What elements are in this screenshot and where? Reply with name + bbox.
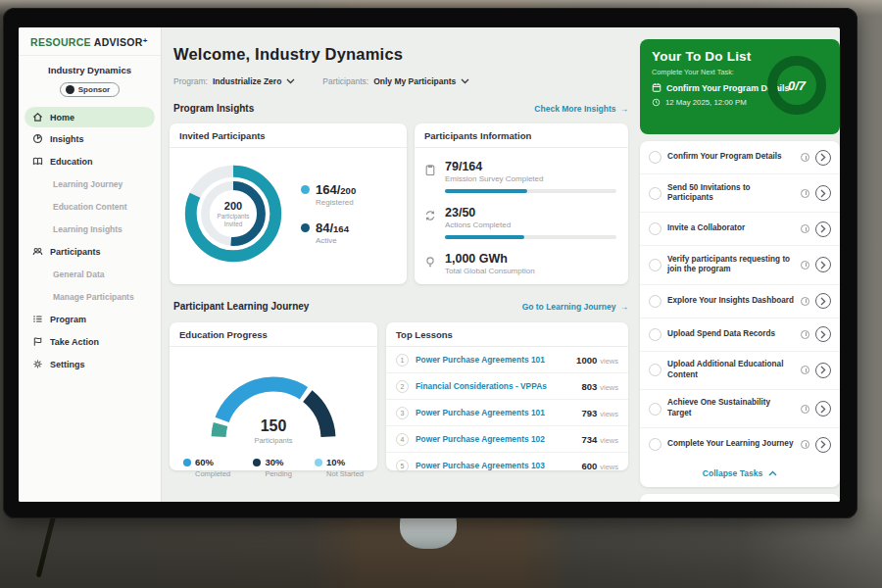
info-icon[interactable]	[801, 366, 809, 374]
views-count: 793	[581, 408, 597, 418]
stat-row-consumption: 1,000 GWh Total Global Consumption	[424, 246, 616, 282]
lesson-row: 3 Power Purchase Agreements 101 793views	[386, 399, 628, 425]
task-checkbox[interactable]	[649, 364, 662, 376]
task-label: Verify participants requesting to join t…	[667, 255, 795, 275]
lesson-link[interactable]: Financial Considerations - VPPAs	[416, 381, 574, 391]
views-suffix: views	[600, 436, 618, 445]
invited-participants-card: Invited Participants 200	[170, 123, 407, 284]
lesson-link[interactable]: Power Purchase Agreements 101	[416, 355, 569, 365]
registered-value: 164/	[316, 182, 340, 197]
sponsor-badge-label: Sponsor	[78, 85, 110, 94]
chevron-right-icon	[820, 153, 826, 162]
lesson-link[interactable]: Power Purchase Agreements 101	[416, 408, 574, 417]
sidebar-item-program[interactable]: Program	[19, 308, 161, 330]
donut-center-value: 200	[224, 200, 242, 212]
lesson-row: 2 Financial Considerations - VPPAs 803vi…	[386, 372, 628, 399]
lesson-row: 4 Power Purchase Agreements 102 734views	[386, 425, 628, 452]
donut-center-label: 200 Participants Invited	[175, 156, 291, 271]
registered-label: Registered	[316, 198, 356, 207]
task-open-button[interactable]	[815, 363, 831, 378]
task-open-button[interactable]	[815, 257, 831, 272]
task-checkbox[interactable]	[649, 328, 662, 341]
sidebar-item-participants[interactable]: Participants	[19, 240, 161, 263]
sidebar-item-learning-journey[interactable]: Learning Journey	[19, 172, 161, 195]
program-filter[interactable]: Program: Industrialize Zero	[173, 76, 295, 86]
home-icon	[32, 112, 43, 122]
logo-primary: RESOURCE	[30, 36, 91, 48]
info-icon[interactable]	[801, 405, 809, 414]
views-suffix: views	[600, 383, 618, 392]
task-open-button[interactable]	[815, 326, 831, 342]
sidebar-item-education[interactable]: Education	[19, 150, 161, 172]
participants-filter[interactable]: Participants: Only My Participants	[322, 76, 469, 86]
views-count: 1000	[576, 355, 597, 366]
sidebar-item-label: Settings	[50, 360, 85, 369]
info-icon[interactable]	[801, 440, 809, 449]
task-label: Upload Additional Educational Content	[667, 360, 795, 380]
sidebar-item-settings[interactable]: Settings	[19, 353, 161, 375]
go-to-learning-journey-link[interactable]: Go to Learning Journey →	[522, 302, 628, 312]
task-checkbox[interactable]	[649, 403, 662, 416]
education-legend: 60% Completed 30% Pending 10% Not Starte…	[170, 447, 377, 478]
lesson-rank: 1	[396, 354, 409, 367]
task-open-button[interactable]	[815, 293, 831, 309]
chevron-right-icon	[820, 440, 826, 449]
sidebar-item-education-content[interactable]: Education Content	[19, 195, 161, 218]
sidebar-item-label: Program	[50, 315, 86, 324]
task-checkbox[interactable]	[649, 438, 662, 451]
stat-row-actions: 23/50 Actions Completed	[424, 200, 616, 246]
info-icon[interactable]	[801, 153, 809, 162]
clock-icon	[652, 98, 661, 107]
progress-fill	[445, 235, 524, 239]
sidebar-item-insights[interactable]: Insights	[19, 127, 161, 150]
survey-icon	[424, 164, 436, 176]
task-open-button[interactable]	[815, 437, 831, 453]
actions-icon	[424, 210, 436, 221]
invited-donut-chart: 200 Participants Invited	[175, 156, 291, 271]
active-value: 84/	[316, 220, 333, 235]
task-open-button[interactable]	[815, 401, 831, 416]
task-open-button[interactable]	[815, 150, 831, 166]
lesson-link[interactable]: Power Purchase Agreements 102	[416, 434, 574, 444]
sidebar-item-label: General Data	[53, 270, 104, 279]
sidebar-item-label: Insights	[50, 134, 84, 144]
task-open-button[interactable]	[815, 221, 831, 237]
program-icon	[32, 314, 43, 324]
info-icon[interactable]	[801, 189, 809, 198]
chevron-down-icon	[461, 78, 469, 84]
sidebar-item-label: Learning Insights	[53, 224, 122, 234]
info-icon[interactable]	[801, 261, 809, 270]
sidebar-item-home[interactable]: Home	[24, 107, 155, 127]
sidebar-item-manage-participants[interactable]: Manage Participants	[19, 285, 161, 308]
collapse-tasks-link[interactable]: Collapse Tasks	[640, 461, 840, 487]
chevron-up-icon	[768, 470, 777, 476]
completed-dot	[183, 459, 191, 466]
task-checkbox[interactable]	[649, 151, 662, 164]
task-checkbox[interactable]	[649, 187, 662, 200]
take-action-icon	[32, 336, 43, 347]
sidebar-item-take-action[interactable]: Take Action	[19, 330, 161, 353]
sponsor-badge: Sponsor	[60, 82, 120, 97]
views-suffix: views	[600, 357, 618, 366]
stat-row-emission-survey: 79/164 Emission Survey Completed	[424, 154, 616, 200]
todo-counter: 0/7	[763, 52, 830, 119]
info-icon[interactable]	[801, 224, 809, 233]
progress-fill	[445, 189, 527, 193]
chevron-right-icon	[820, 189, 826, 198]
check-more-insights-link[interactable]: Check More Insights →	[534, 104, 628, 114]
task-open-button[interactable]	[815, 185, 831, 201]
lesson-row: 5 Power Purchase Agreements 103 600views	[386, 452, 628, 478]
completed-label: Completed	[195, 469, 230, 478]
sidebar-nav: Home Insights Education Learning Journey…	[19, 107, 161, 375]
sidebar: RESOURCE ADVISOR+ Industry Dynamics Spon…	[19, 27, 162, 502]
task-checkbox[interactable]	[649, 222, 662, 235]
task-checkbox[interactable]	[649, 259, 662, 271]
info-icon[interactable]	[801, 297, 809, 306]
sponsor-icon	[66, 85, 74, 94]
info-icon[interactable]	[801, 330, 809, 339]
sidebar-item-general-data[interactable]: General Data	[19, 263, 161, 285]
task-row: Confirm Your Program Details	[640, 141, 840, 173]
task-checkbox[interactable]	[649, 295, 662, 308]
sidebar-item-learning-insights[interactable]: Learning Insights	[19, 218, 161, 240]
lesson-link[interactable]: Power Purchase Agreements 103	[416, 461, 574, 470]
